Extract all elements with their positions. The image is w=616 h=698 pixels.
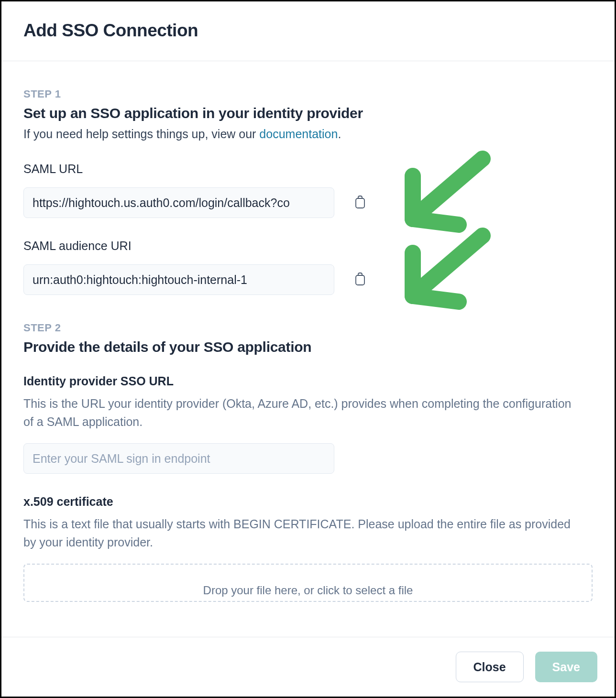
- svg-rect-0: [356, 198, 364, 208]
- clipboard-icon: [354, 273, 366, 287]
- dropzone-text: Drop your file here, or click to select …: [203, 584, 413, 597]
- step-2-section: STEP 2 Provide the details of your SSO a…: [23, 322, 593, 602]
- idp-sso-url-label: Identity provider SSO URL: [23, 374, 593, 388]
- saml-audience-label: SAML audience URI: [23, 239, 593, 253]
- x509-cert-help: This is a text file that usually starts …: [23, 515, 578, 551]
- saml-audience-row: urn:auth0:hightouch:hightouch-internal-1: [23, 264, 593, 295]
- save-button[interactable]: Save: [535, 652, 597, 682]
- modal-content: STEP 1 Set up an SSO application in your…: [1, 61, 615, 697]
- modal-footer: Close Save: [1, 637, 615, 697]
- idp-sso-url-help: This is the URL your identity provider (…: [23, 395, 578, 431]
- step-1-help-prefix: If you need help settings things up, vie…: [23, 127, 259, 141]
- documentation-link[interactable]: documentation: [259, 127, 338, 141]
- step-1-title: Set up an SSO application in your identi…: [23, 105, 593, 121]
- saml-url-value[interactable]: https://hightouch.us.auth0.com/login/cal…: [23, 187, 334, 218]
- svg-line-6: [413, 296, 459, 302]
- step-2-title: Provide the details of your SSO applicat…: [23, 339, 593, 355]
- saml-url-label: SAML URL: [23, 162, 593, 176]
- modal-header: Add SSO Connection: [1, 1, 615, 61]
- x509-cert-field: x.509 certificate This is a text file th…: [23, 495, 593, 602]
- clipboard-icon: [354, 196, 366, 210]
- close-button[interactable]: Close: [456, 652, 524, 682]
- copy-saml-url-button[interactable]: [353, 195, 367, 210]
- saml-url-field: SAML URL https://hightouch.us.auth0.com/…: [23, 162, 593, 218]
- step-1-section: STEP 1 Set up an SSO application in your…: [23, 88, 593, 295]
- idp-sso-url-field: Identity provider SSO URL This is the UR…: [23, 374, 593, 474]
- arrow-icon: [387, 221, 502, 317]
- step-1-help: If you need help settings things up, vie…: [23, 127, 593, 141]
- x509-cert-dropzone[interactable]: Drop your file here, or click to select …: [23, 564, 593, 602]
- saml-url-row: https://hightouch.us.auth0.com/login/cal…: [23, 187, 593, 218]
- svg-line-2: [413, 219, 459, 225]
- svg-rect-4: [356, 275, 364, 285]
- x509-cert-label: x.509 certificate: [23, 495, 593, 509]
- copy-saml-audience-button[interactable]: [353, 272, 367, 287]
- step-2-label: STEP 2: [23, 322, 593, 334]
- step-1-help-suffix: .: [338, 127, 341, 141]
- step-1-label: STEP 1: [23, 88, 593, 100]
- modal-title: Add SSO Connection: [23, 21, 593, 41]
- saml-audience-field: SAML audience URI urn:auth0:hightouch:hi…: [23, 239, 593, 295]
- idp-sso-url-input[interactable]: [23, 443, 334, 474]
- saml-audience-value[interactable]: urn:auth0:hightouch:hightouch-internal-1: [23, 264, 334, 295]
- arrow-icon: [387, 144, 502, 240]
